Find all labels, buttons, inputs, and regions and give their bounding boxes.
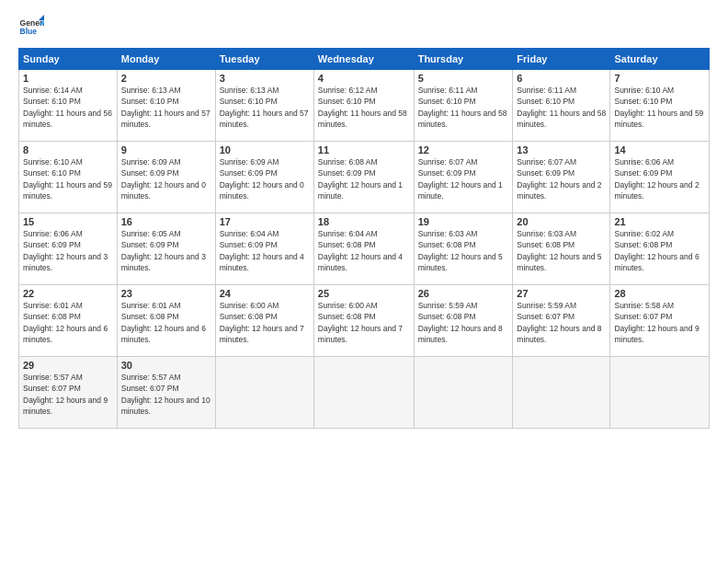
week-row-5: 29 Sunrise: 5:57 AMSunset: 6:07 PMDaylig… bbox=[19, 357, 710, 429]
day-number: 10 bbox=[220, 144, 310, 155]
day-info: Sunrise: 6:00 AMSunset: 6:08 PMDaylight:… bbox=[318, 301, 403, 344]
day-info: Sunrise: 6:02 AMSunset: 6:08 PMDaylight:… bbox=[614, 229, 699, 272]
day-cell: 2 Sunrise: 6:13 AMSunset: 6:10 PMDayligh… bbox=[117, 70, 215, 142]
day-info: Sunrise: 6:04 AMSunset: 6:09 PMDaylight:… bbox=[220, 229, 304, 272]
day-cell: 18 Sunrise: 6:04 AMSunset: 6:08 PMDaylig… bbox=[313, 213, 414, 285]
day-info: Sunrise: 6:07 AMSunset: 6:09 PMDaylight:… bbox=[418, 157, 503, 201]
day-cell: 17 Sunrise: 6:04 AMSunset: 6:09 PMDaylig… bbox=[215, 213, 313, 285]
day-info: Sunrise: 6:01 AMSunset: 6:08 PMDaylight:… bbox=[121, 301, 206, 344]
day-cell bbox=[610, 357, 710, 429]
day-number: 18 bbox=[318, 216, 410, 227]
day-number: 24 bbox=[220, 288, 310, 299]
day-number: 3 bbox=[220, 73, 310, 84]
day-cell: 13 Sunrise: 6:07 AMSunset: 6:09 PMDaylig… bbox=[513, 142, 610, 213]
day-number: 21 bbox=[614, 216, 705, 227]
day-info: Sunrise: 6:10 AMSunset: 6:10 PMDaylight:… bbox=[614, 86, 703, 129]
day-cell bbox=[513, 357, 610, 429]
day-number: 2 bbox=[121, 73, 211, 84]
day-info: Sunrise: 5:59 AMSunset: 6:07 PMDaylight:… bbox=[517, 301, 601, 344]
day-cell bbox=[414, 357, 513, 429]
week-row-3: 15 Sunrise: 6:06 AMSunset: 6:09 PMDaylig… bbox=[19, 213, 710, 285]
day-info: Sunrise: 6:11 AMSunset: 6:10 PMDaylight:… bbox=[418, 86, 507, 129]
day-info: Sunrise: 6:08 AMSunset: 6:09 PMDaylight:… bbox=[318, 157, 403, 201]
week-row-2: 8 Sunrise: 6:10 AMSunset: 6:10 PMDayligh… bbox=[19, 142, 710, 213]
logo-icon: General Blue bbox=[18, 15, 44, 40]
day-cell: 6 Sunrise: 6:11 AMSunset: 6:10 PMDayligh… bbox=[513, 70, 610, 142]
day-cell: 3 Sunrise: 6:13 AMSunset: 6:10 PMDayligh… bbox=[215, 70, 313, 142]
week-row-4: 22 Sunrise: 6:01 AMSunset: 6:08 PMDaylig… bbox=[19, 285, 710, 357]
day-info: Sunrise: 5:58 AMSunset: 6:07 PMDaylight:… bbox=[614, 301, 699, 344]
day-info: Sunrise: 6:09 AMSunset: 6:09 PMDaylight:… bbox=[220, 157, 304, 201]
calendar-header: SundayMondayTuesdayWednesdayThursdayFrid… bbox=[19, 49, 710, 70]
day-cell: 19 Sunrise: 6:03 AMSunset: 6:08 PMDaylig… bbox=[414, 213, 513, 285]
day-cell: 4 Sunrise: 6:12 AMSunset: 6:10 PMDayligh… bbox=[313, 70, 414, 142]
day-number: 14 bbox=[614, 144, 705, 155]
day-info: Sunrise: 6:05 AMSunset: 6:09 PMDaylight:… bbox=[121, 229, 206, 272]
day-info: Sunrise: 6:03 AMSunset: 6:08 PMDaylight:… bbox=[418, 229, 503, 272]
page: General Blue SundayMondayTuesdayWednesda… bbox=[0, 0, 728, 563]
day-info: Sunrise: 6:09 AMSunset: 6:09 PMDaylight:… bbox=[121, 157, 206, 201]
day-number: 19 bbox=[418, 216, 509, 227]
day-cell: 1 Sunrise: 6:14 AMSunset: 6:10 PMDayligh… bbox=[19, 70, 118, 142]
day-cell: 15 Sunrise: 6:06 AMSunset: 6:09 PMDaylig… bbox=[19, 213, 118, 285]
day-cell: 10 Sunrise: 6:09 AMSunset: 6:09 PMDaylig… bbox=[215, 142, 313, 213]
calendar-table: SundayMondayTuesdayWednesdayThursdayFrid… bbox=[18, 48, 710, 429]
day-number: 25 bbox=[318, 288, 410, 299]
weekday-header-friday: Friday bbox=[513, 49, 610, 70]
day-number: 5 bbox=[418, 73, 509, 84]
day-cell: 25 Sunrise: 6:00 AMSunset: 6:08 PMDaylig… bbox=[313, 285, 414, 357]
day-number: 27 bbox=[517, 288, 606, 299]
day-number: 4 bbox=[318, 73, 410, 84]
day-number: 16 bbox=[121, 216, 211, 227]
day-number: 9 bbox=[121, 144, 211, 155]
day-info: Sunrise: 6:10 AMSunset: 6:10 PMDaylight:… bbox=[23, 157, 112, 201]
day-number: 1 bbox=[23, 73, 113, 84]
day-cell bbox=[215, 357, 313, 429]
weekday-header-monday: Monday bbox=[117, 49, 215, 70]
weekday-row: SundayMondayTuesdayWednesdayThursdayFrid… bbox=[19, 49, 710, 70]
day-cell: 5 Sunrise: 6:11 AMSunset: 6:10 PMDayligh… bbox=[414, 70, 513, 142]
day-number: 13 bbox=[517, 144, 606, 155]
day-cell: 26 Sunrise: 5:59 AMSunset: 6:08 PMDaylig… bbox=[414, 285, 513, 357]
week-row-1: 1 Sunrise: 6:14 AMSunset: 6:10 PMDayligh… bbox=[19, 70, 710, 142]
day-number: 8 bbox=[23, 144, 113, 155]
day-number: 17 bbox=[220, 216, 310, 227]
day-info: Sunrise: 6:11 AMSunset: 6:10 PMDaylight:… bbox=[517, 86, 606, 129]
weekday-header-wednesday: Wednesday bbox=[313, 49, 414, 70]
day-info: Sunrise: 6:06 AMSunset: 6:09 PMDaylight:… bbox=[23, 229, 108, 272]
day-cell: 11 Sunrise: 6:08 AMSunset: 6:09 PMDaylig… bbox=[313, 142, 414, 213]
weekday-header-tuesday: Tuesday bbox=[215, 49, 313, 70]
day-cell: 12 Sunrise: 6:07 AMSunset: 6:09 PMDaylig… bbox=[414, 142, 513, 213]
day-info: Sunrise: 5:57 AMSunset: 6:07 PMDaylight:… bbox=[121, 373, 210, 416]
day-cell: 8 Sunrise: 6:10 AMSunset: 6:10 PMDayligh… bbox=[19, 142, 118, 213]
header: General Blue bbox=[18, 15, 710, 40]
day-number: 7 bbox=[614, 73, 705, 84]
day-cell: 16 Sunrise: 6:05 AMSunset: 6:09 PMDaylig… bbox=[117, 213, 215, 285]
day-number: 15 bbox=[23, 216, 113, 227]
day-info: Sunrise: 6:06 AMSunset: 6:09 PMDaylight:… bbox=[614, 157, 699, 201]
day-info: Sunrise: 6:04 AMSunset: 6:08 PMDaylight:… bbox=[318, 229, 403, 272]
day-info: Sunrise: 6:07 AMSunset: 6:09 PMDaylight:… bbox=[517, 157, 601, 201]
day-number: 6 bbox=[517, 73, 606, 84]
day-cell: 21 Sunrise: 6:02 AMSunset: 6:08 PMDaylig… bbox=[610, 213, 710, 285]
day-info: Sunrise: 5:57 AMSunset: 6:07 PMDaylight:… bbox=[23, 373, 108, 416]
day-cell: 7 Sunrise: 6:10 AMSunset: 6:10 PMDayligh… bbox=[610, 70, 710, 142]
day-info: Sunrise: 6:03 AMSunset: 6:08 PMDaylight:… bbox=[517, 229, 601, 272]
day-number: 20 bbox=[517, 216, 606, 227]
day-cell: 28 Sunrise: 5:58 AMSunset: 6:07 PMDaylig… bbox=[610, 285, 710, 357]
day-cell: 22 Sunrise: 6:01 AMSunset: 6:08 PMDaylig… bbox=[19, 285, 118, 357]
day-info: Sunrise: 6:01 AMSunset: 6:08 PMDaylight:… bbox=[23, 301, 108, 344]
day-cell: 20 Sunrise: 6:03 AMSunset: 6:08 PMDaylig… bbox=[513, 213, 610, 285]
day-number: 26 bbox=[418, 288, 509, 299]
day-number: 22 bbox=[23, 288, 113, 299]
weekday-header-thursday: Thursday bbox=[414, 49, 513, 70]
day-number: 23 bbox=[121, 288, 211, 299]
logo: General Blue bbox=[18, 15, 48, 40]
day-number: 29 bbox=[23, 360, 113, 371]
day-cell: 27 Sunrise: 5:59 AMSunset: 6:07 PMDaylig… bbox=[513, 285, 610, 357]
day-number: 11 bbox=[318, 144, 410, 155]
day-number: 28 bbox=[614, 288, 705, 299]
calendar-body: 1 Sunrise: 6:14 AMSunset: 6:10 PMDayligh… bbox=[19, 70, 710, 429]
weekday-header-sunday: Sunday bbox=[19, 49, 118, 70]
day-info: Sunrise: 6:14 AMSunset: 6:10 PMDaylight:… bbox=[23, 86, 112, 129]
